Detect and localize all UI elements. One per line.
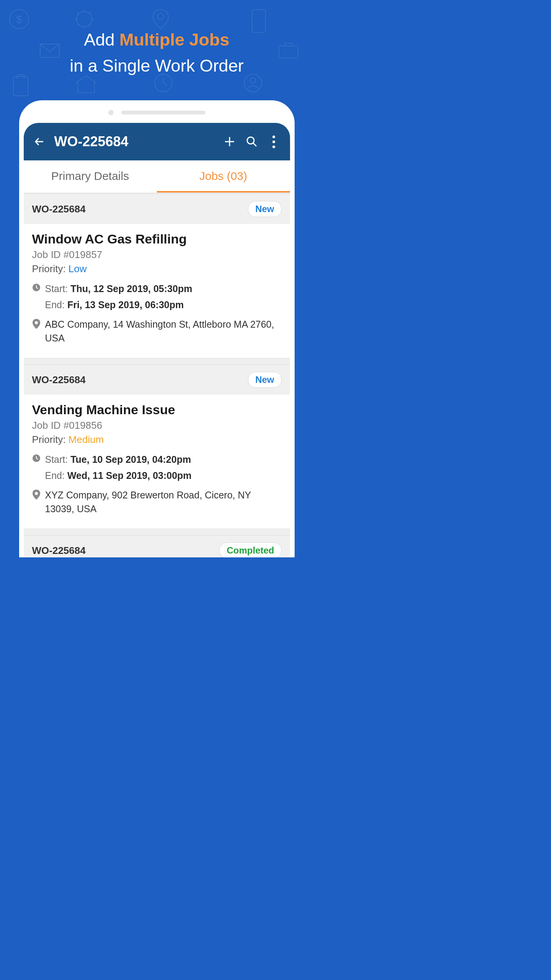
back-button[interactable] [32,134,47,149]
svg-point-11 [247,137,254,144]
tabs: Primary Details Jobs (03) [24,160,290,193]
svg-point-10 [250,78,256,83]
clock-icon [32,283,41,292]
job-title: Window AC Gas Refilling [32,232,282,247]
work-order-id: WO-225684 [32,203,86,215]
location-icon [32,319,41,327]
header-title: WO-225684 [54,134,215,150]
job-card-body[interactable]: Vending Machine Issue Job ID #019856 Pri… [24,395,290,529]
tab-jobs[interactable]: Jobs (03) [157,160,290,193]
job-priority: Priority: Low [32,263,282,275]
search-button[interactable] [244,134,259,149]
hero-headline: Add Multiple Jobs in a Single Work Order [0,0,313,78]
job-location: ABC Company, 14 Washington St, Attleboro… [45,317,282,345]
job-card-body[interactable]: Window AC Gas Refilling Job ID #019857 P… [24,224,290,358]
job-end: End: Wed, 11 Sep 2019, 03:00pm [45,469,192,482]
job-card-header: WO-225684 New [24,365,290,395]
job-id: Job ID #019857 [32,249,282,261]
more-button[interactable] [266,134,282,149]
clock-icon [32,454,41,462]
app-header: WO-225684 [24,123,290,160]
svg-point-13 [35,321,38,324]
job-card-header: WO-225684 Completed [24,536,290,557]
job-card-header: WO-225684 New [24,194,290,224]
add-button[interactable] [222,134,237,149]
job-start: Start: Tue, 10 Sep 2019, 04:20pm [45,452,191,466]
phone-mockup: WO-225684 Primary Details Jobs (03) WO-2… [19,100,295,557]
svg-point-15 [35,492,38,495]
job-id: Job ID #019856 [32,420,282,431]
status-badge: New [248,201,281,217]
work-order-id: WO-225684 [32,374,86,386]
phone-notch [19,110,295,115]
app-screen: WO-225684 Primary Details Jobs (03) WO-2… [24,123,290,557]
status-badge: New [248,372,281,388]
job-end: End: Fri, 13 Sep 2019, 06:30pm [45,298,184,312]
job-priority: Priority: Medium [32,434,282,446]
work-order-id: WO-225684 [32,545,86,557]
job-start: Start: Thu, 12 Sep 2019, 05:30pm [45,282,192,296]
status-badge: Completed [219,542,281,557]
location-icon [32,490,41,498]
svg-rect-7 [13,77,28,96]
job-title: Vending Machine Issue [32,402,282,417]
tab-primary-details[interactable]: Primary Details [24,160,157,193]
job-location: XYZ Company, 902 Brewerton Road, Cicero,… [45,488,282,516]
